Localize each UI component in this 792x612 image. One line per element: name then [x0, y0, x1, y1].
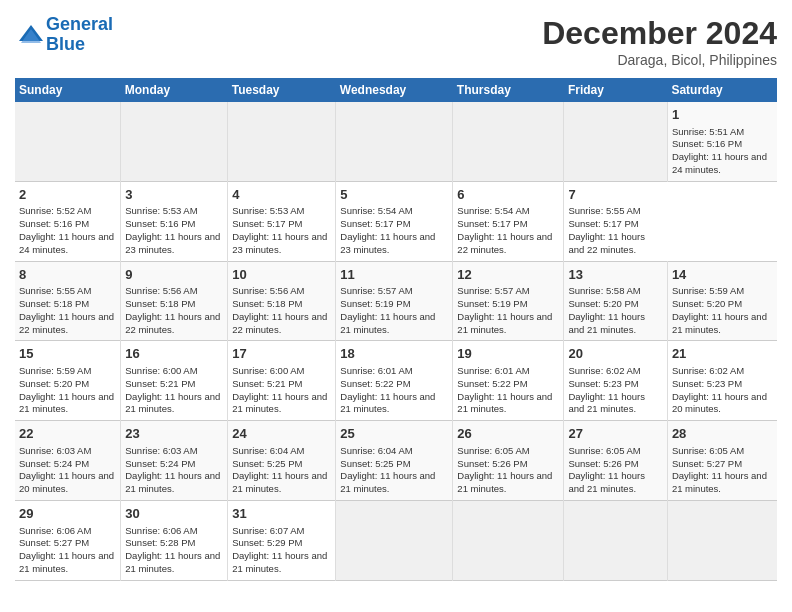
day-cell-4: 4Sunrise: 5:53 AMSunset: 5:17 PMDaylight… — [228, 181, 336, 261]
header-row: SundayMondayTuesdayWednesdayThursdayFrid… — [15, 78, 777, 102]
sunrise: Sunrise: 6:02 AM — [672, 365, 744, 376]
daylight: Daylight: 11 hours and 21 minutes. — [672, 470, 767, 494]
daylight: Daylight: 11 hours and 21 minutes. — [568, 391, 645, 415]
sunrise: Sunrise: 5:58 AM — [568, 285, 640, 296]
week-row-4: 15Sunrise: 5:59 AMSunset: 5:20 PMDayligh… — [15, 341, 777, 421]
day-number: 22 — [19, 425, 116, 443]
sunset: Sunset: 5:16 PM — [672, 138, 742, 149]
day-number: 15 — [19, 345, 116, 363]
day-cell-11: 11Sunrise: 5:57 AMSunset: 5:19 PMDayligh… — [336, 261, 453, 341]
day-cell-3: 3Sunrise: 5:53 AMSunset: 5:16 PMDaylight… — [121, 181, 228, 261]
day-cell-18: 18Sunrise: 6:01 AMSunset: 5:22 PMDayligh… — [336, 341, 453, 421]
daylight: Daylight: 11 hours and 21 minutes. — [457, 391, 552, 415]
day-cell-14: 14Sunrise: 5:59 AMSunset: 5:20 PMDayligh… — [667, 261, 777, 341]
sunrise: Sunrise: 6:01 AM — [340, 365, 412, 376]
day-number: 27 — [568, 425, 662, 443]
daylight: Daylight: 11 hours and 21 minutes. — [568, 470, 645, 494]
empty-cell — [453, 500, 564, 580]
daylight: Daylight: 11 hours and 22 minutes. — [457, 231, 552, 255]
day-cell-5: 5Sunrise: 5:54 AMSunset: 5:17 PMDaylight… — [336, 181, 453, 261]
sunset: Sunset: 5:17 PM — [568, 218, 638, 229]
daylight: Daylight: 11 hours and 22 minutes. — [568, 231, 645, 255]
main-title: December 2024 — [542, 15, 777, 52]
sunset: Sunset: 5:21 PM — [125, 378, 195, 389]
subtitle: Daraga, Bicol, Philippines — [542, 52, 777, 68]
daylight: Daylight: 11 hours and 21 minutes. — [340, 391, 435, 415]
sunrise: Sunrise: 6:06 AM — [125, 525, 197, 536]
day-cell-29: 29Sunrise: 6:06 AMSunset: 5:27 PMDayligh… — [15, 500, 121, 580]
day-cell-31: 31Sunrise: 6:07 AMSunset: 5:29 PMDayligh… — [228, 500, 336, 580]
empty-cell — [336, 500, 453, 580]
sunset: Sunset: 5:22 PM — [457, 378, 527, 389]
sunrise: Sunrise: 5:53 AM — [232, 205, 304, 216]
sunset: Sunset: 5:29 PM — [232, 537, 302, 548]
day-number: 12 — [457, 266, 559, 284]
day-cell-7: 7Sunrise: 5:55 AMSunset: 5:17 PMDaylight… — [564, 181, 667, 261]
sunset: Sunset: 5:18 PM — [125, 298, 195, 309]
day-number: 20 — [568, 345, 662, 363]
col-header-wednesday: Wednesday — [336, 78, 453, 102]
sunset: Sunset: 5:24 PM — [19, 458, 89, 469]
sunset: Sunset: 5:28 PM — [125, 537, 195, 548]
day-cell-20: 20Sunrise: 6:02 AMSunset: 5:23 PMDayligh… — [564, 341, 667, 421]
day-number: 1 — [672, 106, 773, 124]
day-cell-15: 15Sunrise: 5:59 AMSunset: 5:20 PMDayligh… — [15, 341, 121, 421]
empty-cell — [667, 500, 777, 580]
sunset: Sunset: 5:20 PM — [568, 298, 638, 309]
week-row-1: 1Sunrise: 5:51 AMSunset: 5:16 PMDaylight… — [15, 102, 777, 181]
day-cell-1: 1Sunrise: 5:51 AMSunset: 5:16 PMDaylight… — [667, 102, 777, 181]
header: General Blue December 2024 Daraga, Bicol… — [15, 15, 777, 68]
sunrise: Sunrise: 6:00 AM — [232, 365, 304, 376]
sunrise: Sunrise: 5:55 AM — [568, 205, 640, 216]
daylight: Daylight: 11 hours and 21 minutes. — [125, 550, 220, 574]
sunrise: Sunrise: 6:07 AM — [232, 525, 304, 536]
daylight: Daylight: 11 hours and 21 minutes. — [232, 470, 327, 494]
empty-cell — [564, 102, 667, 181]
sunset: Sunset: 5:19 PM — [340, 298, 410, 309]
sunset: Sunset: 5:18 PM — [19, 298, 89, 309]
day-number: 13 — [568, 266, 662, 284]
empty-cell — [453, 102, 564, 181]
sunset: Sunset: 5:20 PM — [19, 378, 89, 389]
day-cell-2: 2Sunrise: 5:52 AMSunset: 5:16 PMDaylight… — [15, 181, 121, 261]
sunrise: Sunrise: 6:00 AM — [125, 365, 197, 376]
day-cell-22: 22Sunrise: 6:03 AMSunset: 5:24 PMDayligh… — [15, 421, 121, 501]
sunrise: Sunrise: 6:04 AM — [232, 445, 304, 456]
sunrise: Sunrise: 5:57 AM — [457, 285, 529, 296]
sunrise: Sunrise: 6:03 AM — [19, 445, 91, 456]
sunrise: Sunrise: 6:03 AM — [125, 445, 197, 456]
week-row-3: 8Sunrise: 5:55 AMSunset: 5:18 PMDaylight… — [15, 261, 777, 341]
daylight: Daylight: 11 hours and 21 minutes. — [340, 311, 435, 335]
sunrise: Sunrise: 6:05 AM — [568, 445, 640, 456]
day-number: 23 — [125, 425, 223, 443]
day-number: 19 — [457, 345, 559, 363]
day-number: 28 — [672, 425, 773, 443]
daylight: Daylight: 11 hours and 21 minutes. — [457, 311, 552, 335]
day-number: 18 — [340, 345, 448, 363]
daylight: Daylight: 11 hours and 21 minutes. — [125, 391, 220, 415]
day-cell-6: 6Sunrise: 5:54 AMSunset: 5:17 PMDaylight… — [453, 181, 564, 261]
daylight: Daylight: 11 hours and 21 minutes. — [568, 311, 645, 335]
empty-cell — [228, 102, 336, 181]
day-number: 30 — [125, 505, 223, 523]
sunrise: Sunrise: 6:05 AM — [672, 445, 744, 456]
empty-cell — [336, 102, 453, 181]
sunset: Sunset: 5:18 PM — [232, 298, 302, 309]
sunset: Sunset: 5:22 PM — [340, 378, 410, 389]
day-number: 5 — [340, 186, 448, 204]
sunset: Sunset: 5:17 PM — [232, 218, 302, 229]
sunset: Sunset: 5:23 PM — [568, 378, 638, 389]
day-number: 17 — [232, 345, 331, 363]
day-number: 31 — [232, 505, 331, 523]
sunrise: Sunrise: 5:51 AM — [672, 126, 744, 137]
day-cell-30: 30Sunrise: 6:06 AMSunset: 5:28 PMDayligh… — [121, 500, 228, 580]
daylight: Daylight: 11 hours and 22 minutes. — [125, 311, 220, 335]
sunset: Sunset: 5:17 PM — [457, 218, 527, 229]
sunset: Sunset: 5:25 PM — [232, 458, 302, 469]
daylight: Daylight: 11 hours and 21 minutes. — [125, 470, 220, 494]
day-number: 16 — [125, 345, 223, 363]
day-number: 25 — [340, 425, 448, 443]
col-header-monday: Monday — [121, 78, 228, 102]
sunrise: Sunrise: 5:53 AM — [125, 205, 197, 216]
empty-cell — [15, 102, 121, 181]
